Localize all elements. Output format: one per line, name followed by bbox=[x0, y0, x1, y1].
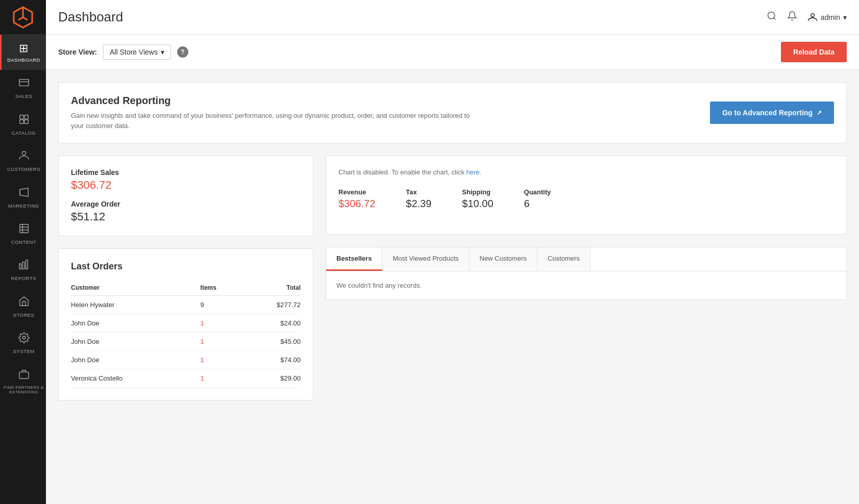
sidebar-item-label: CONTENT bbox=[11, 239, 36, 245]
goto-advanced-reporting-button[interactable]: Go to Advanced Reporting ↗ bbox=[710, 102, 834, 124]
metric-item: Tax $2.39 bbox=[406, 188, 431, 210]
dashboard-body: Advanced Reporting Gain new insights and… bbox=[46, 70, 859, 413]
advanced-reporting-description: Gain new insights and take command of yo… bbox=[71, 111, 479, 131]
sidebar-item-content[interactable]: CONTENT bbox=[0, 216, 46, 252]
items-count: 1 bbox=[201, 369, 241, 388]
customer-name: John Doe bbox=[71, 333, 201, 351]
tabs-section: BestsellersMost Viewed ProductsNew Custo… bbox=[326, 247, 847, 300]
chart-enable-link[interactable]: here. bbox=[467, 168, 482, 176]
average-order: Average Order $51.12 bbox=[71, 200, 301, 223]
help-icon[interactable]: ? bbox=[177, 46, 188, 58]
col-customer: Customer bbox=[71, 280, 201, 296]
average-order-label: Average Order bbox=[71, 200, 301, 208]
top-header: Dashboard admin ▾ bbox=[46, 0, 859, 35]
sidebar-item-stores[interactable]: STORES bbox=[0, 289, 46, 325]
content-area: Store View: All Store Views ▾ ? Reload D… bbox=[46, 35, 859, 504]
tab-content: We couldn't find any records. bbox=[326, 271, 846, 299]
col-total: Total bbox=[240, 280, 301, 296]
admin-dropdown-icon: ▾ bbox=[843, 13, 847, 21]
lifetime-sales-label: Lifetime Sales bbox=[71, 168, 301, 177]
sidebar-item-label: CUSTOMERS bbox=[7, 166, 40, 172]
sidebar-item-reports[interactable]: REPORTS bbox=[0, 252, 46, 288]
customer-name: Veronica Costello bbox=[71, 369, 201, 388]
tabs-bar: BestsellersMost Viewed ProductsNew Custo… bbox=[326, 247, 846, 271]
metric-label: Tax bbox=[406, 188, 431, 196]
col-items: Items bbox=[201, 280, 241, 296]
sidebar-item-find-partners[interactable]: FIND PARTNERS & EXTENSIONS bbox=[0, 362, 46, 402]
sidebar-item-dashboard[interactable]: ⊞ DASHBOARD bbox=[0, 35, 46, 70]
sidebar-item-customers[interactable]: CUSTOMERS bbox=[0, 143, 46, 179]
svg-rect-14 bbox=[22, 262, 24, 269]
catalog-icon bbox=[18, 114, 30, 128]
svg-marker-7 bbox=[19, 188, 28, 196]
order-total: $45.00 bbox=[240, 333, 301, 351]
reports-icon bbox=[18, 259, 30, 273]
tab-customers[interactable]: Customers bbox=[537, 247, 591, 271]
advanced-reporting-section: Advanced Reporting Gain new insights and… bbox=[58, 82, 847, 143]
customer-name: Helen Hywater bbox=[71, 296, 201, 314]
chart-disabled-message: Chart is disabled. To enable the chart, … bbox=[338, 168, 834, 176]
items-count: 1 bbox=[201, 351, 241, 369]
sidebar-item-sales[interactable]: SALES bbox=[0, 70, 46, 106]
dashboard-icon: ⊞ bbox=[19, 42, 29, 55]
reload-data-button[interactable]: Reload Data bbox=[781, 42, 847, 62]
system-icon bbox=[18, 332, 30, 346]
header-actions: admin ▾ bbox=[767, 11, 847, 23]
chevron-down-icon: ▾ bbox=[161, 48, 164, 56]
store-view-value: All Store Views bbox=[110, 48, 158, 56]
sidebar-item-system[interactable]: SYSTEM bbox=[0, 325, 46, 361]
sidebar-item-label: SALES bbox=[15, 93, 32, 99]
sidebar-item-label: SYSTEM bbox=[13, 348, 34, 354]
two-column-layout: Lifetime Sales $306.72 Average Order $51… bbox=[58, 156, 847, 400]
items-count: 1 bbox=[201, 314, 241, 333]
tab-new-customers[interactable]: New Customers bbox=[470, 247, 537, 271]
page-title: Dashboard bbox=[58, 9, 123, 25]
sidebar-item-marketing[interactable]: MARKETING bbox=[0, 180, 46, 216]
left-column: Lifetime Sales $306.72 Average Order $51… bbox=[58, 156, 313, 400]
tab-bestsellers[interactable]: Bestsellers bbox=[326, 247, 382, 271]
admin-user-menu[interactable]: admin ▾ bbox=[807, 12, 847, 22]
svg-rect-3 bbox=[24, 115, 28, 119]
lifetime-sales-value: $306.72 bbox=[71, 179, 301, 192]
svg-point-20 bbox=[811, 13, 815, 17]
table-row: John Doe 1 $74.00 bbox=[71, 351, 301, 369]
table-row: John Doe 1 $24.00 bbox=[71, 314, 301, 333]
metric-item: Shipping $10.00 bbox=[462, 188, 493, 210]
order-total: $29.00 bbox=[240, 369, 301, 388]
customer-name: John Doe bbox=[71, 314, 201, 333]
orders-table: Customer Items Total Helen Hywater 9 $27… bbox=[71, 280, 301, 388]
store-view-select[interactable]: All Store Views ▾ bbox=[103, 44, 171, 60]
customers-icon bbox=[18, 150, 30, 164]
sidebar-item-label: REPORTS bbox=[11, 275, 36, 281]
marketing-icon bbox=[18, 187, 30, 201]
stores-icon bbox=[18, 296, 30, 310]
sidebar-item-label: CATALOG bbox=[12, 130, 36, 136]
advanced-reporting-title: Advanced Reporting bbox=[71, 95, 479, 107]
notifications-icon[interactable] bbox=[787, 11, 797, 23]
lifetime-sales: Lifetime Sales $306.72 bbox=[71, 168, 301, 192]
sidebar-item-label: DASHBOARD bbox=[7, 57, 40, 63]
metric-item: Quantity 6 bbox=[524, 188, 551, 210]
sidebar-logo bbox=[0, 0, 46, 35]
metric-label: Revenue bbox=[338, 188, 375, 196]
store-view-bar: Store View: All Store Views ▾ ? Reload D… bbox=[46, 35, 859, 70]
order-total: $24.00 bbox=[240, 314, 301, 333]
average-order-value: $51.12 bbox=[71, 210, 301, 223]
sales-icon bbox=[18, 77, 30, 91]
customer-name: John Doe bbox=[71, 351, 201, 369]
goto-advanced-reporting-label: Go to Advanced Reporting bbox=[722, 109, 813, 117]
metric-label: Quantity bbox=[524, 188, 551, 196]
advanced-reporting-content: Advanced Reporting Gain new insights and… bbox=[71, 95, 479, 131]
svg-point-18 bbox=[768, 12, 774, 19]
last-orders-section: Last Orders Customer Items Total bbox=[58, 248, 313, 400]
sidebar-item-catalog[interactable]: CATALOG bbox=[0, 107, 46, 143]
svg-point-6 bbox=[22, 152, 26, 155]
items-count: 1 bbox=[201, 333, 241, 351]
chart-section: Chart is disabled. To enable the chart, … bbox=[326, 156, 847, 235]
order-total: $277.72 bbox=[240, 296, 301, 314]
tab-most-viewed[interactable]: Most Viewed Products bbox=[382, 247, 469, 271]
sidebar-item-label: MARKETING bbox=[8, 203, 39, 209]
search-icon[interactable] bbox=[767, 11, 777, 23]
metric-item: Revenue $306.72 bbox=[338, 188, 375, 210]
svg-rect-9 bbox=[19, 224, 28, 233]
